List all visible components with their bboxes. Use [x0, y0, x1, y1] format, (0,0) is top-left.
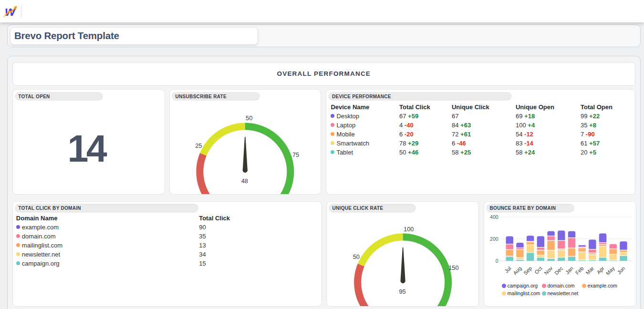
svg-text:50: 50 [353, 253, 360, 260]
svg-text:50: 50 [246, 114, 252, 122]
svg-text:95: 95 [399, 288, 405, 295]
svg-text:25: 25 [195, 142, 202, 149]
svg-text:75: 75 [292, 151, 299, 158]
svg-text:100: 100 [404, 225, 414, 232]
svg-text:150: 150 [448, 264, 458, 271]
svg-text:48: 48 [241, 177, 248, 185]
